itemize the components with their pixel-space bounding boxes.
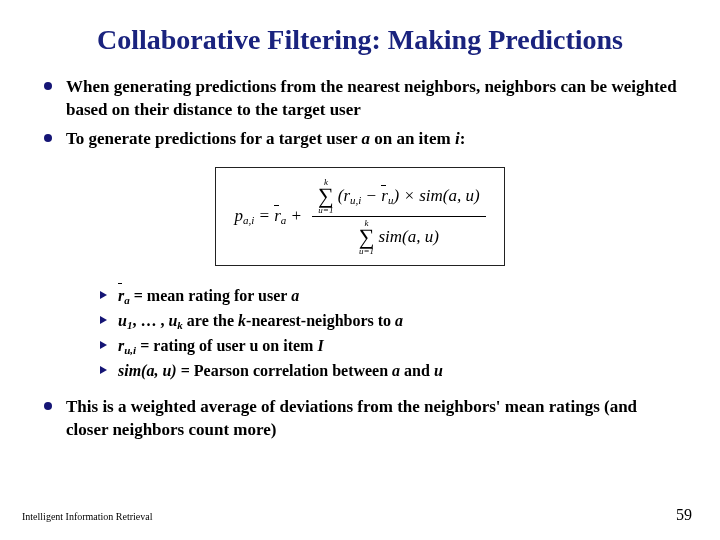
def2-mid: , … , xyxy=(132,312,168,329)
formula-container: pa,i = ra + k ∑ u=1 (ru,i − ru) × sim(a,… xyxy=(40,167,680,266)
def2-u1: u xyxy=(118,312,127,329)
formula-plus: + xyxy=(291,206,302,225)
sigma-symbol-2: ∑ xyxy=(359,227,375,247)
definitions-list: ra = mean rating for user a u1, … , uk a… xyxy=(40,284,680,382)
def-4: sim(a, u) = Pearson correlation between … xyxy=(100,359,680,382)
def4-a: a xyxy=(392,362,400,379)
formula-fraction: k ∑ u=1 (ru,i − ru) × sim(a, u) k ∑ u=1 xyxy=(312,176,486,257)
def4-u: u xyxy=(434,362,443,379)
def2-text: are the xyxy=(183,312,238,329)
sigma-lower: u=1 xyxy=(318,206,333,214)
formula-minus: − xyxy=(361,186,381,205)
formula-num-expr: (ru,i − ru) × sim(a, u) xyxy=(338,186,480,206)
bullet-2-text-3: : xyxy=(460,129,466,148)
formula-denominator: k ∑ u=1 sim(a, u) xyxy=(353,217,445,257)
slide: Collaborative Filtering: Making Predicti… xyxy=(0,0,720,442)
formula-eq: = xyxy=(258,206,274,225)
formula-rui-sub: u,i xyxy=(350,194,361,206)
sigma-icon: k ∑ u=1 xyxy=(318,178,334,214)
footer-left: Intelligent Information Retrieval xyxy=(22,511,153,522)
def2-a: a xyxy=(395,312,403,329)
formula-p: p xyxy=(234,206,243,225)
bullet-2-text-2: on an item xyxy=(370,129,455,148)
formula-sim: sim xyxy=(419,186,443,205)
formula-box: pa,i = ra + k ∑ u=1 (ru,i − ru) × sim(a,… xyxy=(215,167,504,266)
sigma-symbol: ∑ xyxy=(318,186,334,206)
bullet-2-var-a: a xyxy=(361,129,370,148)
note-list: This is a weighted average of deviations… xyxy=(40,396,680,442)
page-number: 59 xyxy=(676,506,692,524)
def4-sim: sim(a, u) xyxy=(118,362,177,379)
formula-sim-args-2: (a, u) xyxy=(402,227,439,246)
def3-text: = rating of user u on item xyxy=(136,337,317,354)
note-bullet: This is a weighted average of deviations… xyxy=(40,396,680,442)
def1-a: a xyxy=(291,287,299,304)
formula-rbar-a: r xyxy=(274,206,281,226)
def3-sub: u,i xyxy=(124,344,136,356)
def-3: ru,i = rating of user u on item I xyxy=(100,334,680,359)
formula-lhs: pa,i = ra + xyxy=(234,206,302,226)
bullet-1: When generating predictions from the nea… xyxy=(40,76,680,122)
def1-text: = mean rating for user xyxy=(130,287,291,304)
def2-post: -nearest-neighbors to xyxy=(246,312,395,329)
formula-p-sub: a,i xyxy=(243,214,254,226)
formula-sim-args: (a, u) xyxy=(443,186,480,205)
def4-and: and xyxy=(400,362,434,379)
formula-sim-2: sim xyxy=(378,227,402,246)
formula-rbar-a-sub: a xyxy=(281,214,287,226)
def3-I: I xyxy=(317,337,323,354)
def-2: u1, … , uk are the k-nearest-neighbors t… xyxy=(100,309,680,334)
bullet-2: To generate predictions for a target use… xyxy=(40,128,680,151)
sigma-icon-2: k ∑ u=1 xyxy=(359,219,375,255)
bullet-2-text-1: To generate predictions for a target use… xyxy=(66,129,361,148)
def2-k: k xyxy=(238,312,246,329)
formula-times: × xyxy=(399,186,419,205)
def1-rbar: r xyxy=(118,284,124,307)
def-1: ra = mean rating for user a xyxy=(100,284,680,309)
slide-title: Collaborative Filtering: Making Predicti… xyxy=(40,24,680,56)
def4-text: = Pearson correlation between xyxy=(177,362,392,379)
sigma-lower-2: u=1 xyxy=(359,247,374,255)
formula-den-expr: sim(a, u) xyxy=(378,227,438,247)
top-bullet-list: When generating predictions from the nea… xyxy=(40,76,680,151)
def2-uk: u xyxy=(168,312,177,329)
formula-numerator: k ∑ u=1 (ru,i − ru) × sim(a, u) xyxy=(312,176,486,217)
formula-rbar-u: r xyxy=(381,186,388,206)
